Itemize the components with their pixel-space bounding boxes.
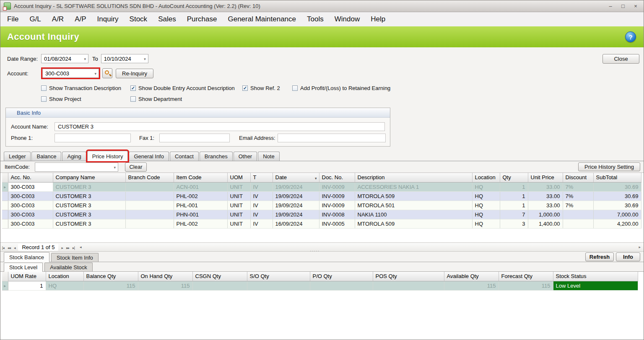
column-header-acc-no[interactable]: Acc. No. — [8, 173, 53, 182]
menu-purchase[interactable]: Purchase — [182, 13, 223, 26]
stock-sub-tab-available-stock[interactable]: Available Stock — [44, 263, 93, 271]
cell-doc-no[interactable]: INV-0009 — [319, 191, 355, 201]
cell-description[interactable]: MTOROLA 509 — [355, 191, 472, 201]
fax-field[interactable] — [159, 134, 230, 142]
table-row[interactable]: 300-C003CUSTOMER 3PHL-002UNITIV19/09/202… — [2, 191, 641, 201]
cell-discount[interactable] — [563, 219, 593, 228]
checkbox-show-department[interactable]: Show Department — [130, 96, 182, 102]
account-name-field[interactable]: CUSTOMER 3 — [55, 122, 385, 131]
menu-stock[interactable]: Stock — [124, 13, 153, 26]
cell-location[interactable]: HQ — [472, 210, 500, 219]
column-header-doc-no[interactable]: Doc. No. — [319, 173, 355, 182]
cell-unit-price[interactable]: 1,000.00 — [528, 210, 563, 219]
cell-branch-code[interactable] — [125, 201, 174, 210]
column-header-s-o-qty[interactable]: S/O Qty — [247, 272, 310, 281]
nav-next-page-button[interactable]: ▸▸ — [65, 246, 71, 250]
column-header-forecast-qty[interactable]: Forecast Qty — [499, 272, 553, 281]
column-header-balance-qty[interactable]: Balance Qty — [83, 272, 138, 281]
cell-location[interactable]: HQ — [472, 182, 500, 191]
cell-discount[interactable]: 7% — [563, 191, 593, 201]
column-header-location[interactable]: Location — [46, 272, 83, 281]
cell-branch-code[interactable] — [125, 182, 174, 191]
cell-branch-code[interactable] — [125, 191, 174, 201]
column-header-branch-code[interactable]: Branch Code — [125, 173, 174, 182]
price-history-setting-button[interactable]: Price History Setting — [578, 162, 640, 171]
cell-subtotal[interactable]: 7,000.00 — [593, 210, 641, 219]
tab-note[interactable]: Note — [258, 152, 279, 161]
menu-file[interactable]: File — [2, 13, 24, 26]
stock-tab-stock-item-info[interactable]: Stock Item Info — [51, 253, 99, 262]
cell-description[interactable]: ACCESSORIES NAKIA 1 — [355, 182, 472, 191]
menu-help[interactable]: Help — [365, 13, 391, 26]
reinquiry-button[interactable]: Re-Inquiry — [116, 69, 153, 78]
cell-date[interactable]: 19/09/2024 — [273, 210, 319, 219]
itemcode-input[interactable]: ▾ — [35, 162, 118, 172]
cell-acc-no[interactable]: 300-C003 — [8, 201, 53, 210]
column-header-t[interactable]: T — [250, 173, 273, 182]
help-icon[interactable]: ? — [625, 31, 636, 42]
dropdown-arrow-icon[interactable]: ▾ — [83, 56, 88, 61]
cell-date[interactable]: 19/09/2024 — [273, 191, 319, 201]
column-header-stock-status[interactable]: Stock Status — [553, 272, 638, 281]
cell-qty[interactable]: 1 — [500, 191, 528, 201]
cell-subtotal[interactable]: 30.69 — [593, 182, 641, 191]
stock-tab-stock-balance[interactable]: Stock Balance — [4, 252, 49, 262]
cell-company-name[interactable]: CUSTOMER 3 — [53, 191, 125, 201]
cell-doc-no[interactable]: INV-0009 — [319, 182, 355, 191]
cell-qty[interactable]: 3 — [500, 219, 528, 228]
cell-balance-qty[interactable]: 115 — [83, 281, 138, 290]
column-header-unit-price[interactable]: Unit Price — [528, 173, 563, 182]
dropdown-arrow-icon[interactable]: ▾ — [143, 56, 148, 61]
minimize-button[interactable]: – — [608, 3, 613, 9]
cell-acc-no[interactable]: 300-C003 — [8, 210, 53, 219]
tab-general-info[interactable]: General Info — [129, 152, 169, 161]
checkbox-show-transaction-description[interactable]: Show Transaction Description — [41, 85, 130, 91]
cell-unit-price[interactable]: 1,400.00 — [528, 219, 563, 228]
menu-general-maintenance[interactable]: General Maintenance — [222, 13, 301, 26]
cell-uom[interactable]: UNIT — [227, 191, 250, 201]
cell-acc-no[interactable]: 300-C003 — [8, 219, 53, 228]
cell-item-code[interactable]: ACN-001 — [174, 182, 227, 191]
cell-date[interactable]: 19/09/2024 — [273, 201, 319, 210]
column-header-csgn-qty[interactable]: CSGN Qty — [192, 272, 247, 281]
cell-unit-price[interactable]: 33.00 — [528, 191, 563, 201]
menu-inquiry[interactable]: Inquiry — [92, 13, 124, 26]
info-button[interactable]: Info — [616, 252, 640, 261]
cell-p-o-qty[interactable] — [310, 281, 373, 290]
clear-button[interactable]: Clear — [125, 162, 147, 172]
maximize-button[interactable]: □ — [620, 3, 626, 9]
column-header-p-o-qty[interactable]: P/O Qty — [310, 272, 373, 281]
cell-t[interactable]: IV — [250, 201, 273, 210]
email-field[interactable] — [278, 134, 386, 142]
cell-company-name[interactable]: CUSTOMER 3 — [53, 182, 125, 191]
checkbox-box[interactable] — [41, 85, 47, 91]
cell-unit-price[interactable]: 33.00 — [528, 201, 563, 210]
cell-on-hand-qty[interactable]: 115 — [138, 281, 192, 290]
cell-uom[interactable]: UNIT — [227, 219, 250, 228]
dropdown-arrow-icon[interactable]: ▾ — [93, 71, 99, 76]
column-header-available-qty[interactable]: Available Qty — [444, 272, 499, 281]
checkbox-show-double-entry-account-description[interactable]: ✓Show Double Entry Account Description — [130, 85, 242, 91]
tab-branches[interactable]: Branches — [200, 152, 233, 161]
cell-subtotal[interactable]: 30.69 — [593, 201, 641, 210]
menu-tools[interactable]: Tools — [301, 13, 329, 26]
nav-first-button[interactable]: |◂ — [0, 246, 6, 250]
phone-field[interactable] — [55, 134, 131, 142]
cell-discount[interactable] — [563, 210, 593, 219]
cell-stock-status[interactable]: Low Level — [553, 281, 638, 290]
checkbox-add-profit-loss-to-retained-earning[interactable]: Add Profit/(Loss) to Retained Earning — [292, 85, 390, 91]
cell-description[interactable]: MTOROLA 501 — [355, 201, 472, 210]
filter-arrow-icon[interactable]: ▾ — [315, 176, 318, 180]
nav-prev-page-button[interactable]: ◂◂ — [6, 246, 12, 250]
cell-branch-code[interactable] — [125, 219, 174, 228]
table-row[interactable]: ▸1HQ115115115115Low Level — [2, 281, 638, 290]
menu-a-p[interactable]: A/P — [69, 13, 91, 26]
checkbox-box[interactable]: ✓ — [130, 85, 136, 91]
cell-location[interactable]: HQ — [472, 201, 500, 210]
cell-csgn-qty[interactable] — [192, 281, 247, 290]
cell-description[interactable]: MTOROLA 509 — [355, 219, 472, 228]
cell-forecast-qty[interactable]: 115 — [499, 281, 553, 290]
cell-description[interactable]: NAKIA 1100 — [355, 210, 472, 219]
account-input[interactable]: 300-C003 ▾ — [42, 69, 99, 78]
table-row[interactable]: 300-C003CUSTOMER 3PHL-002UNITIV16/09/202… — [2, 219, 641, 228]
